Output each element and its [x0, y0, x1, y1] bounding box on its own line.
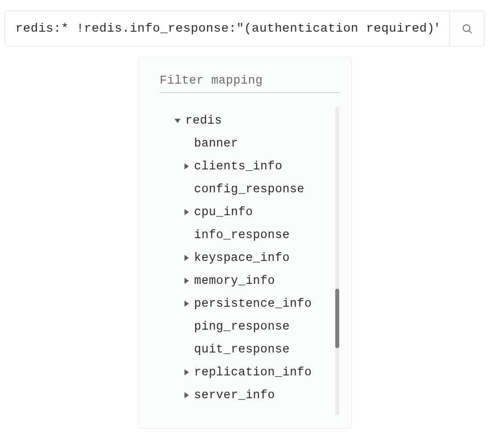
tree-node-memory-info[interactable]: memory_info	[182, 274, 335, 287]
tree-node-label: banner	[194, 137, 238, 150]
tree-node-label: info_response	[194, 228, 290, 242]
caret-down-icon	[173, 116, 182, 125]
svg-marker-2	[174, 119, 181, 123]
tree-node-label: config_response	[194, 183, 305, 196]
caret-right-icon	[182, 253, 191, 262]
tree-node-replication-info[interactable]: replication_info	[182, 366, 335, 379]
search-icon	[461, 23, 473, 34]
search-bar	[4, 11, 485, 46]
tree-node-label: cpu_info	[194, 206, 253, 219]
svg-marker-4	[184, 163, 189, 169]
caret-right-icon	[182, 208, 191, 217]
tree-node-cpu-info[interactable]: cpu_info	[182, 206, 335, 219]
tree-node-label: persistence_info	[194, 297, 312, 310]
search-input[interactable]	[5, 11, 449, 46]
svg-marker-14	[184, 392, 189, 398]
tree-node-label: clients_info	[194, 160, 282, 173]
search-button[interactable]	[449, 11, 484, 46]
tree-node-label: quit_response	[194, 343, 290, 356]
tree: redis banner clients_info config_respons…	[160, 106, 335, 428]
tree-node-clients-info[interactable]: clients_info	[182, 160, 335, 173]
tree-node-banner[interactable]: banner	[182, 137, 335, 150]
tree-node-config-response[interactable]: config_response	[182, 183, 335, 196]
svg-marker-9	[184, 278, 189, 284]
caret-right-icon	[182, 276, 191, 285]
tree-node-ping-response[interactable]: ping_response	[182, 320, 335, 333]
tree-node-persistence-info[interactable]: persistence_info	[182, 297, 335, 310]
caret-right-icon	[182, 299, 191, 308]
svg-line-1	[469, 30, 471, 33]
svg-marker-6	[184, 209, 189, 215]
tree-node-label: ping_response	[194, 320, 290, 333]
tree-node-info-response[interactable]: info_response	[182, 228, 335, 242]
tree-node-server-info[interactable]: server_info	[182, 389, 335, 402]
tree-node-label: memory_info	[194, 274, 275, 287]
svg-marker-13	[184, 369, 189, 375]
tree-node-label: keyspace_info	[194, 251, 290, 264]
tree-node-redis[interactable]: redis	[173, 114, 335, 127]
panel-title: Filter mapping	[160, 74, 339, 93]
tree-node-label: server_info	[194, 389, 275, 402]
tree-node-label: replication_info	[194, 366, 312, 379]
tree-node-label: redis	[185, 114, 222, 127]
scrollbar-thumb[interactable]	[335, 289, 339, 348]
scrollbar-track[interactable]	[335, 106, 339, 415]
caret-right-icon	[182, 368, 191, 377]
tree-wrapper: redis banner clients_info config_respons…	[160, 106, 339, 428]
svg-marker-8	[184, 255, 189, 261]
caret-right-icon	[182, 391, 191, 400]
tree-node-keyspace-info[interactable]: keyspace_info	[182, 251, 335, 264]
caret-right-icon	[182, 162, 191, 171]
filter-mapping-panel: Filter mapping redis banner clients_info	[137, 57, 352, 429]
svg-marker-10	[184, 301, 189, 307]
tree-node-quit-response[interactable]: quit_response	[182, 343, 335, 356]
